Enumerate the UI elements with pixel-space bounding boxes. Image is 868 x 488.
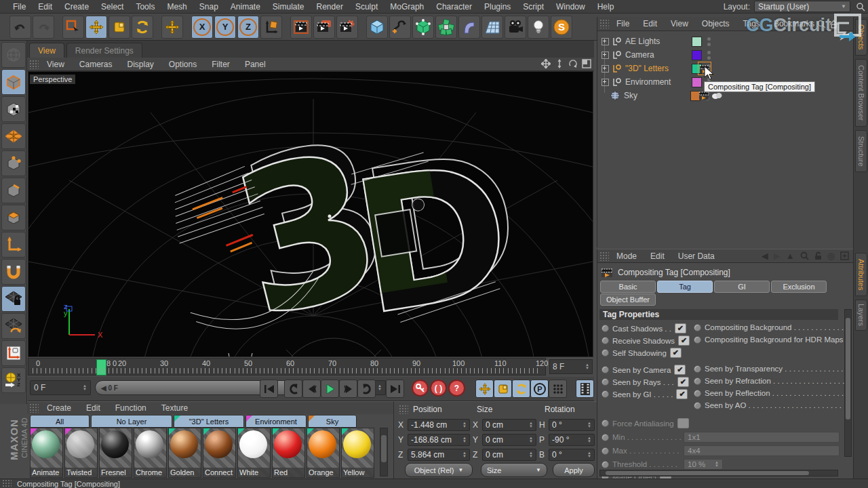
- scrollbar-thumb[interactable]: [606, 471, 809, 475]
- goto-start-button[interactable]: [260, 380, 278, 398]
- play-backwards-button[interactable]: [284, 380, 302, 398]
- menu-edit[interactable]: Edit: [32, 2, 58, 12]
- lock-x-axis-button[interactable]: X: [191, 16, 213, 39]
- anim-dot-icon[interactable]: [694, 378, 701, 385]
- object-row-camera[interactable]: Camera: [597, 48, 853, 62]
- model-mode-button[interactable]: [1, 69, 26, 95]
- viewport-menu-view[interactable]: View: [40, 60, 71, 69]
- anim-dot-icon[interactable]: [694, 365, 701, 373]
- dock-tab-layers[interactable]: Layers: [855, 300, 867, 331]
- viewport-menu-cameras[interactable]: Cameras: [73, 60, 119, 69]
- position-x-field[interactable]: -1.448 cm▲▼: [408, 419, 470, 431]
- layer-color-chip[interactable]: [692, 50, 702, 60]
- rotation-h-field[interactable]: 0 °▲▼: [549, 419, 595, 431]
- timeline-ruler[interactable]: 0 8 0 20 30 40 50 60 70 80 90 100 110 12…: [28, 358, 546, 375]
- viewport-menu-filter[interactable]: Filter: [205, 60, 237, 69]
- material-connect[interactable]: Connect: [203, 428, 236, 478]
- tab-object-buffer[interactable]: Object Buffer: [600, 293, 656, 306]
- render-view-button[interactable]: [290, 16, 312, 39]
- key-scale-button[interactable]: [494, 380, 512, 398]
- checkbox-checked[interactable]: ✔: [675, 323, 686, 333]
- material-animate[interactable]: Animate: [30, 428, 63, 478]
- play-loop-button[interactable]: [357, 380, 376, 398]
- dock-tab-content-browser[interactable]: Content Browser: [855, 59, 867, 127]
- edges-mode-button[interactable]: [1, 178, 26, 203]
- key-position-button[interactable]: [475, 380, 494, 398]
- attr-search-icon[interactable]: [800, 251, 809, 260]
- sky-shader-button[interactable]: S: [551, 16, 572, 39]
- om-menu-edit[interactable]: Edit: [637, 19, 663, 28]
- add-cube-button[interactable]: [366, 16, 388, 39]
- autokey-button[interactable]: ( ): [430, 380, 447, 396]
- material-menu-edit[interactable]: Edit: [79, 403, 107, 413]
- deformer-button[interactable]: [458, 16, 480, 39]
- attr-menu-userdata[interactable]: User Data: [672, 251, 721, 261]
- last-tool-button[interactable]: [161, 16, 183, 39]
- material-golden[interactable]: Golden: [168, 428, 201, 478]
- material-chrome[interactable]: Chrome: [134, 428, 167, 478]
- layer-tab-sky[interactable]: Sky: [308, 415, 357, 428]
- anim-dot-icon[interactable]: [601, 390, 609, 398]
- menu-sculpt[interactable]: Sculpt: [349, 2, 384, 12]
- render-settings-button[interactable]: [336, 16, 358, 39]
- menu-window[interactable]: Window: [550, 2, 591, 12]
- expand-icon[interactable]: [601, 65, 609, 73]
- workplane-mode-button[interactable]: [1, 123, 26, 149]
- layer-tab-all[interactable]: All: [30, 415, 90, 428]
- material-twisted[interactable]: Twisted: [64, 428, 98, 478]
- menu-help[interactable]: Help: [591, 2, 620, 12]
- history-forward-icon[interactable]: ▶: [774, 251, 781, 261]
- material-menu-create[interactable]: Create: [40, 403, 78, 413]
- checkbox-checked[interactable]: ✔: [676, 389, 688, 399]
- axis-mode-button[interactable]: [1, 232, 26, 258]
- start-frame-stepper[interactable]: ▲▼: [83, 384, 87, 391]
- anim-dot-icon[interactable]: [694, 324, 701, 331]
- new-panel-icon[interactable]: [840, 251, 849, 260]
- frame-stepper[interactable]: ▲▼: [585, 363, 589, 370]
- checkbox-checked[interactable]: ✔: [674, 365, 686, 375]
- object-row-3d-letters[interactable]: "3D" Letters: [597, 62, 853, 75]
- menu-render[interactable]: Render: [311, 2, 349, 12]
- size-y-field[interactable]: 0 cm▲▼: [482, 434, 536, 446]
- coords-size-dropdown[interactable]: Size▼: [481, 463, 547, 477]
- lock-icon[interactable]: [814, 251, 822, 260]
- material-scrollbar[interactable]: [380, 428, 388, 476]
- menu-file[interactable]: File: [7, 2, 32, 12]
- start-frame-field[interactable]: 0 F ▲▼: [30, 380, 91, 395]
- menu-mograph[interactable]: MoGraph: [384, 2, 430, 12]
- expand-icon[interactable]: [601, 38, 609, 45]
- checkbox-checked[interactable]: ✔: [678, 336, 690, 346]
- om-menu-objects[interactable]: Objects: [696, 19, 736, 28]
- pan-view-icon[interactable]: [541, 59, 551, 68]
- panel-drag-handle[interactable]: [599, 251, 609, 261]
- rotate-tool-button[interactable]: [132, 16, 153, 39]
- dock-tab-attributes[interactable]: Attributes: [855, 253, 867, 296]
- subdivision-surface-button[interactable]: [412, 16, 434, 39]
- checkbox-checked[interactable]: ✔: [677, 377, 689, 387]
- attribute-vscrollbar[interactable]: [844, 309, 852, 457]
- rotation-p-field[interactable]: -90 °▲▼: [549, 434, 595, 446]
- key-pla-button[interactable]: [549, 380, 567, 398]
- live-selection-button[interactable]: [62, 16, 84, 39]
- viewport-canvas[interactable]: 3 3 D: [28, 71, 593, 357]
- material-menu-texture[interactable]: Texture: [155, 403, 195, 413]
- texture-mode-button[interactable]: [1, 96, 26, 122]
- end-frame-stepper[interactable]: ▲▼: [378, 384, 382, 391]
- viewport-menu-options[interactable]: Options: [162, 60, 203, 69]
- sculpt-mode-button[interactable]: [1, 42, 26, 68]
- play-forwards-button[interactable]: [321, 380, 339, 398]
- tab-render-settings[interactable]: Render Settings: [66, 43, 142, 58]
- layer-tab-3d-letters[interactable]: "3D" Letters: [174, 415, 244, 428]
- expand-icon[interactable]: [601, 79, 609, 86]
- menu-tools[interactable]: Tools: [130, 2, 161, 12]
- panel-drag-handle[interactable]: [29, 403, 39, 413]
- workplane-rotate-button[interactable]: [1, 313, 26, 339]
- parent-up-icon[interactable]: ▲: [786, 251, 795, 261]
- anim-dot-icon[interactable]: [694, 402, 701, 409]
- material-red[interactable]: Red: [272, 428, 305, 478]
- checkbox-checked[interactable]: ✔: [670, 348, 682, 358]
- redo-button[interactable]: [33, 16, 54, 39]
- lock-y-axis-button[interactable]: Y: [214, 16, 236, 39]
- camera-button[interactable]: [505, 16, 526, 39]
- layer-tab-no-layer[interactable]: No Layer: [91, 415, 172, 428]
